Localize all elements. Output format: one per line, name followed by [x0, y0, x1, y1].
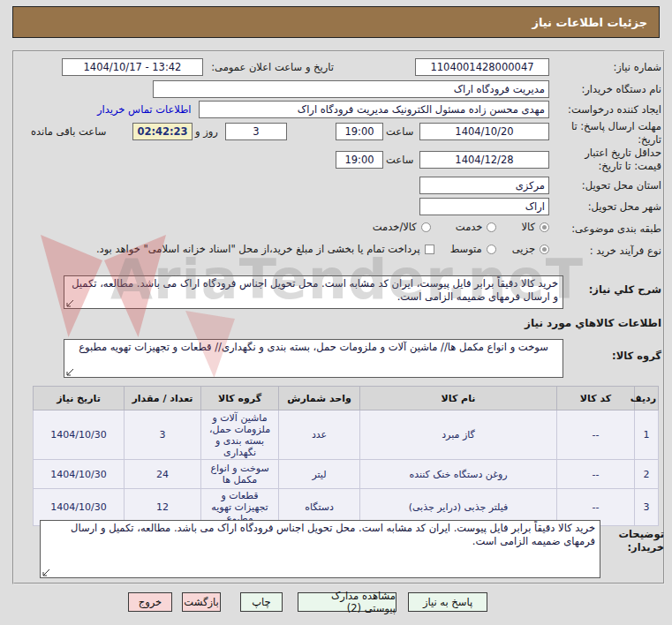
exit-button[interactable]: خروج [128, 592, 172, 612]
col-goods-name: نام کالا [360, 387, 557, 410]
view-attachments-button[interactable]: مشاهده مدارک پیوستی (2) [298, 592, 396, 612]
cell-need-date: 1404/10/30 [34, 460, 125, 489]
reply-deadline-date-input[interactable] [419, 123, 549, 140]
treasury-payment-option[interactable]: پرداخت تمام یا بخشی از مبلغ خرید،از محل … [96, 243, 434, 255]
buyer-org-label: نام دستگاه خریدار: [581, 83, 661, 95]
classification-options: کالا خدمت کالا/خدمت [373, 221, 549, 233]
general-desc-label: شرح کلي نیاز: [589, 283, 661, 296]
announce-datetime-label: تاریخ و ساعت اعلان عمومی: [211, 61, 334, 73]
cell-goods-group: ماشین آلات و ملزومات حمل، بسته بندی و نگ… [201, 410, 279, 460]
table-row: 1 -- گاز مبرد عدد ماشین آلات و ملزومات ح… [34, 410, 659, 460]
city-input[interactable] [419, 198, 549, 215]
need-number-label: شماره نیاز: [613, 61, 661, 73]
col-need-date: تاریخ نیاز [34, 387, 125, 410]
classification-option-goods-service-label: کالا/خدمت [373, 221, 417, 233]
general-desc-textarea[interactable]: خرید کالا دقیقاً برابر فایل پیوست، ایران… [64, 275, 563, 309]
buyer-notes-textarea[interactable]: خرید کالا دقیقاً برابر فایل پیوست. ایران… [40, 520, 600, 578]
remaining-timer-suffix: ساعت باقی مانده [31, 125, 106, 138]
page-title: جزئیات اطلاعات نیاز [532, 16, 647, 29]
cell-quantity: 3 [125, 410, 201, 460]
radio-service-icon[interactable] [487, 222, 496, 232]
price-validity-label: حداقل تاریخ اعتبار قیمت: تا تاریخ: [555, 147, 661, 173]
col-goods-group: گروه کالا [201, 387, 279, 410]
buyer-contact-link[interactable]: اطلاعات تماس خریدار [97, 103, 192, 116]
respond-button-label: پاسخ به نیاز [423, 596, 472, 608]
creator-input[interactable] [199, 101, 549, 118]
col-row-number: ردیف [635, 387, 659, 410]
resize-handle-icon[interactable] [66, 368, 74, 376]
classification-option-goods-service[interactable]: کالا/خدمت [373, 221, 431, 233]
city-label: شهر محل تحویل: [588, 200, 661, 213]
radio-goods-service-icon[interactable] [421, 222, 431, 232]
cell-row-number: 1 [635, 410, 659, 460]
price-validity-date-input[interactable] [419, 151, 549, 169]
goods-table: ردیف کد کالا نام کالا واحد شمارش گروه کا… [33, 386, 659, 526]
radio-medium-icon[interactable] [487, 245, 496, 254]
cell-goods-code: -- [557, 460, 635, 489]
col-quantity: تعداد / مقدار [125, 387, 201, 410]
creator-label: ایجاد کننده درخواست: [568, 103, 661, 116]
need-details-window: جزئیات اطلاعات نیاز شماره نیاز: تاریخ و … [0, 0, 672, 625]
price-validity-hour-label: ساعت [386, 154, 413, 166]
buyer-notes-label: توضیحات خریدار: [602, 528, 664, 554]
reply-deadline-hour-label: ساعت [386, 125, 413, 138]
cell-goods-name: گاز مبرد [360, 410, 557, 460]
buyer-notes-text: خرید کالا دقیقاً برابر فایل پیوست. ایران… [71, 522, 595, 547]
radio-partial-icon[interactable] [540, 245, 549, 254]
cell-row-number: 2 [635, 460, 659, 489]
print-button[interactable]: چاپ [240, 592, 283, 612]
goods-group-textarea[interactable]: سوخت و انواع مکمل ها// ماشین آلات و ملزو… [64, 339, 563, 378]
classification-option-goods[interactable]: کالا [521, 221, 549, 233]
province-label: استان محل تحویل: [582, 179, 661, 192]
buyer-org-input[interactable] [153, 80, 549, 98]
treasury-checkbox-icon[interactable] [425, 245, 434, 254]
process-option-partial-label: جزیی [512, 243, 535, 255]
classification-option-goods-label: کالا [521, 221, 535, 233]
cell-unit: لیتر [279, 460, 360, 489]
respond-to-need-button[interactable]: پاسخ به نیاز [408, 592, 487, 612]
remaining-timer [132, 123, 193, 140]
process-type-label: نوع فرآیند خرید : [590, 245, 661, 257]
goods-info-section-title: اطلاعات کالاهاي مورد نیاز [525, 317, 661, 329]
remaining-days-suffix: روز و [195, 125, 218, 138]
resize-handle-icon[interactable] [66, 299, 74, 307]
general-desc-text: خرید کالا دقیقاً برابر فایل پیوست، ایران… [72, 277, 558, 303]
col-goods-code: کد کالا [557, 387, 635, 410]
price-validity-time-input[interactable] [336, 151, 383, 169]
cell-unit: عدد [279, 410, 360, 460]
back-button-label: بازگشت [184, 596, 218, 608]
table-header-row: ردیف کد کالا نام کالا واحد شمارش گروه کا… [34, 387, 659, 410]
reply-deadline-label: مهلت ارسال پاسخ: تا تاریخ: [555, 120, 661, 147]
cell-quantity: 24 [125, 460, 201, 489]
treasury-checkbox-label: پرداخت تمام یا بخشی از مبلغ خرید،از محل … [96, 243, 420, 255]
exit-button-label: خروج [139, 596, 162, 608]
cell-goods-group: سوخت و انواع مکمل ها [201, 460, 279, 489]
cell-goods-code: -- [557, 410, 635, 460]
back-button[interactable]: بازگشت [182, 592, 221, 612]
process-type-options: جزیی متوسط پرداخت تمام یا بخشی از مبلغ خ… [96, 243, 549, 255]
table-row: 2 -- روغن دستگاه خنک کننده لیتر سوخت و ا… [34, 460, 659, 489]
cell-need-date: 1404/10/30 [34, 410, 125, 460]
cell-row-number: 3 [635, 489, 659, 526]
process-option-medium[interactable]: متوسط [450, 243, 496, 255]
province-input[interactable] [419, 177, 549, 194]
resize-handle-icon[interactable] [42, 569, 50, 576]
attachments-button-label: مشاهده مدارک پیوستی (2) [298, 590, 396, 614]
radio-goods-icon[interactable] [540, 222, 549, 232]
reply-deadline-time-input[interactable] [336, 123, 383, 140]
remaining-days-input[interactable] [225, 123, 287, 140]
print-button-label: چاپ [252, 596, 270, 608]
classification-option-service[interactable]: خدمت [456, 221, 497, 233]
need-number-input[interactable] [415, 58, 549, 76]
col-unit: واحد شمارش [279, 387, 360, 410]
cell-goods-name: روغن دستگاه خنک کننده [360, 460, 557, 489]
classification-option-service-label: خدمت [456, 221, 483, 233]
process-option-partial[interactable]: جزیی [512, 243, 549, 255]
announce-datetime-input[interactable] [62, 58, 203, 76]
goods-group-label: گروه کالا: [612, 350, 661, 362]
process-option-medium-label: متوسط [450, 243, 482, 255]
window-title-bar: جزئیات اطلاعات نیاز [12, 6, 660, 38]
goods-group-text: سوخت و انواع مکمل ها// ماشین آلات و ملزو… [79, 341, 548, 353]
classification-label: طبقه بندی موضوعی: [571, 222, 661, 235]
